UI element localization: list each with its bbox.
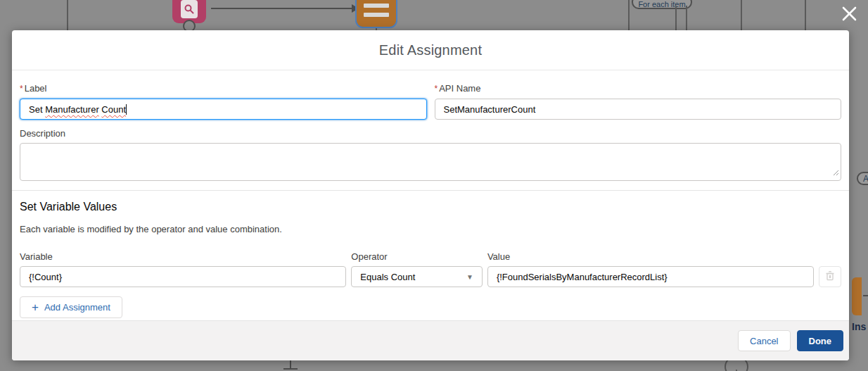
text-cursor xyxy=(126,104,127,115)
for-each-item-label: For each item xyxy=(632,0,692,9)
required-asterisk: * xyxy=(20,84,23,94)
section-heading: Set Variable Values xyxy=(20,200,841,214)
description-field-label: Description xyxy=(20,127,841,139)
right-edge-orange-node xyxy=(852,277,862,315)
label-field-label: *Label xyxy=(20,82,427,95)
edit-assignment-modal: Edit Assignment *Label Set Manufacturer … xyxy=(12,30,849,360)
connector-arrow xyxy=(211,8,357,9)
operator-field-label: Operator xyxy=(351,251,483,263)
chevron-down-icon: ▼ xyxy=(466,273,473,281)
description-textarea[interactable] xyxy=(20,143,841,181)
api-name-field-label: *API Name xyxy=(435,82,842,95)
magnifier-icon xyxy=(181,0,198,18)
operator-selected-value: Equals Count xyxy=(360,272,415,282)
done-button[interactable]: Done xyxy=(797,330,844,351)
variable-field-label: Variable xyxy=(20,251,346,263)
right-edge-pill: A xyxy=(857,172,868,185)
cancel-button[interactable]: Cancel xyxy=(738,330,790,351)
value-input[interactable] xyxy=(487,266,814,287)
flow-end-line xyxy=(290,359,291,369)
set-variable-values-section: Set Variable Values Each variable is mod… xyxy=(12,200,849,318)
required-asterisk: * xyxy=(435,84,438,94)
modal-title: Edit Assignment xyxy=(379,42,482,58)
value-field-label: Value xyxy=(487,251,814,263)
label-input-value: Set Manufacturer Count xyxy=(29,104,126,115)
api-name-input[interactable] xyxy=(435,99,842,120)
modal-header: Edit Assignment xyxy=(12,30,849,70)
modal-footer: Cancel Done xyxy=(12,320,849,360)
operator-select[interactable]: Equals Count ▼ xyxy=(351,266,483,287)
right-edge-partial-text: Ins xyxy=(852,321,866,332)
section-divider xyxy=(12,190,849,191)
resize-handle-icon[interactable] xyxy=(833,166,839,179)
modal-body: *Label Set Manufacturer Count *API Name … xyxy=(12,82,849,181)
close-icon[interactable] xyxy=(839,4,859,23)
assignment-row: Variable Operator Equals Count ▼ Value xyxy=(20,251,841,287)
add-assignment-button[interactable]: + Add Assignment xyxy=(20,296,122,318)
plus-icon: + xyxy=(32,301,39,313)
assignment-node-selected[interactable] xyxy=(355,0,397,28)
section-subtext: Each variable is modified by the operato… xyxy=(20,223,841,235)
trash-icon xyxy=(825,270,835,283)
label-input[interactable]: Set Manufacturer Count xyxy=(20,99,427,120)
variable-input[interactable] xyxy=(20,266,346,287)
connector-line xyxy=(67,0,68,30)
delete-assignment-button[interactable] xyxy=(819,266,841,287)
assignment-icon xyxy=(364,4,389,8)
